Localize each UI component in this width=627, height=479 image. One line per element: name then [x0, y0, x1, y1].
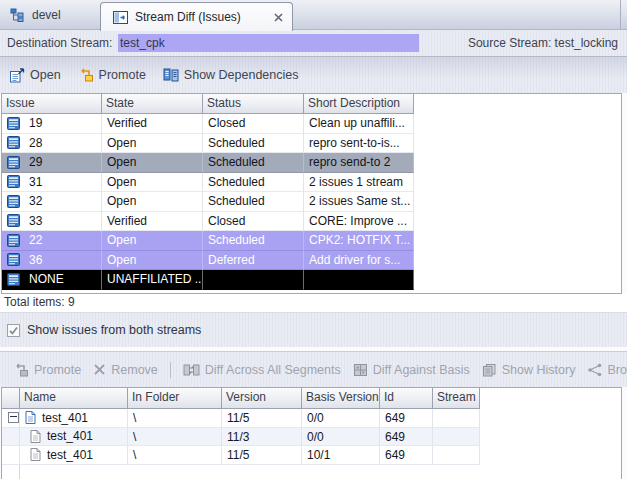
issue-status-cell: Scheduled: [203, 173, 304, 193]
column-header-basis-version[interactable]: Basis Version: [302, 388, 380, 409]
versions-table-body: test_401 \ 11/5 0/0 649 test_401 \ 11/3 …: [2, 409, 621, 465]
source-stream-label: Source Stream: test_locking: [468, 30, 618, 56]
issue-description-cell: CPK2: HOTFIX T...: [304, 231, 414, 251]
issue-icon: [7, 253, 20, 266]
issue-description-cell: CORE: Improve ...: [304, 212, 414, 232]
version-stream-cell: [433, 428, 480, 447]
issue-state-cell: Verified: [102, 212, 203, 232]
promote-icon: [78, 68, 94, 82]
issue-state-cell: Open: [102, 251, 203, 271]
diff-across-label: Diff Across All Segments: [205, 363, 341, 377]
version-row[interactable]: test_401 \ 11/5 0/0 649: [2, 409, 480, 428]
issue-icon: [7, 117, 20, 130]
column-header-in-folder[interactable]: In Folder: [128, 388, 222, 409]
close-icon[interactable]: [273, 12, 284, 23]
issue-row[interactable]: 31 Open Scheduled 2 issues 1 stream: [2, 173, 414, 193]
issue-row[interactable]: 36 Open Deferred Add driver for s...: [2, 251, 414, 271]
version-folder-cell: \: [128, 446, 222, 465]
destination-stream-label: Destination Stream:: [7, 30, 112, 56]
column-header-status[interactable]: Status: [203, 94, 304, 114]
streams-bar: Destination Stream: test_cpk Source Stre…: [0, 30, 627, 57]
tab-devel[interactable]: devel: [0, 0, 100, 30]
show-history-button[interactable]: Show History: [482, 363, 576, 377]
issue-id-cell: 29: [29, 153, 42, 172]
show-issues-checkbox-label: Show issues from both streams: [27, 323, 201, 337]
column-header-stream[interactable]: Stream: [433, 388, 480, 409]
version-stream-cell: [433, 409, 480, 428]
column-header-issue[interactable]: Issue: [2, 94, 102, 114]
issue-row[interactable]: 28 Open Scheduled repro sent-to-is...: [2, 134, 414, 154]
column-header-name[interactable]: Name: [20, 388, 128, 409]
version-version-cell: 11/3: [222, 428, 302, 447]
show-issues-checkbox[interactable]: [7, 324, 20, 337]
version-name-cell: test_401: [42, 409, 88, 427]
remove-button[interactable]: Remove: [93, 363, 158, 377]
issue-status-cell: Scheduled: [203, 153, 304, 173]
diff-against-basis-icon: [353, 363, 368, 377]
version-row[interactable]: test_401 \ 11/5 10/1 649: [2, 446, 480, 465]
issues-table-header: Issue State Status Short Description: [2, 94, 621, 114]
open-icon: [9, 68, 25, 83]
editor-tabbar: devel Stream Diff (Issues): [0, 0, 627, 30]
issue-status-cell: Closed: [203, 114, 304, 134]
file-icon: [30, 430, 41, 443]
issue-row[interactable]: 33 Verified Closed CORE: Improve ...: [2, 212, 414, 232]
issue-row[interactable]: 19 Verified Closed Clean up unaffili...: [2, 114, 414, 134]
open-button-label: Open: [30, 68, 61, 82]
issue-description-cell: repro sent-to-is...: [304, 134, 414, 154]
expand-minus-icon[interactable]: [8, 412, 19, 423]
issue-status-cell: Deferred: [203, 251, 304, 271]
remove-icon: [93, 363, 106, 376]
column-header-short-description[interactable]: Short Description: [304, 94, 414, 114]
show-dependencies-button-label: Show Dependencies: [184, 68, 299, 82]
tab-stream-diff-label: Stream Diff (Issues): [135, 10, 241, 24]
show-history-icon: [482, 363, 497, 377]
diff-across-button[interactable]: Diff Across All Segments: [183, 363, 341, 377]
issue-state-cell: Open: [102, 231, 203, 251]
promote-disabled-label: Promote: [34, 363, 81, 377]
version-row[interactable]: test_401 \ 11/3 0/0 649: [2, 428, 480, 447]
issue-icon: [7, 175, 20, 188]
issue-description-cell: repro send-to 2: [304, 153, 414, 173]
column-header-id[interactable]: Id: [380, 388, 433, 409]
promote-button-label: Promote: [99, 68, 146, 82]
versions-table: Name In Folder Version Basis Version Id …: [1, 387, 622, 479]
stream-diff-view: devel Stream Diff (Issues) Destination S…: [0, 0, 627, 479]
column-header-version[interactable]: Version: [222, 388, 302, 409]
issue-row[interactable]: 32 Open Scheduled 2 issues Same st...: [2, 192, 414, 212]
show-dependencies-button[interactable]: Show Dependencies: [163, 68, 299, 82]
issue-state-cell: Verified: [102, 114, 203, 134]
issues-table-body: 19 Verified Closed Clean up unaffili... …: [2, 114, 621, 290]
issue-row[interactable]: 29 Open Scheduled repro send-to 2: [2, 153, 414, 173]
diff-across-icon: [183, 363, 200, 377]
version-basis-cell: 0/0: [302, 428, 380, 447]
issue-description-cell: 2 issues Same st...: [304, 192, 414, 212]
issue-id-cell: 31: [29, 173, 42, 192]
issue-description-cell: Clean up unaffili...: [304, 114, 414, 134]
browse-label: Brow: [607, 363, 627, 377]
show-history-label: Show History: [502, 363, 576, 377]
issue-status-cell: Scheduled: [203, 231, 304, 251]
issue-icon: [7, 214, 20, 227]
stream-diff-icon: [113, 11, 128, 24]
issue-row[interactable]: 22 Open Scheduled CPK2: HOTFIX T...: [2, 231, 414, 251]
total-items-label: Total items: 9: [4, 294, 75, 311]
promote-disabled-button[interactable]: Promote: [13, 363, 81, 377]
open-button[interactable]: Open: [9, 68, 61, 83]
toolbar-separator: [170, 362, 171, 378]
issue-row[interactable]: NONE UNAFFILIATED ...: [2, 270, 414, 290]
version-id-cell: 649: [380, 446, 433, 465]
issue-state-cell: Open: [102, 134, 203, 154]
issue-id-cell: 36: [29, 251, 42, 270]
tab-devel-label: devel: [32, 8, 61, 22]
issues-toolbar: Open Promote Show Dependencies: [0, 57, 627, 93]
tab-stream-diff[interactable]: Stream Diff (Issues): [100, 2, 293, 31]
issue-status-cell: Closed: [203, 212, 304, 232]
browse-button[interactable]: Brow: [587, 363, 627, 377]
promote-button[interactable]: Promote: [78, 68, 146, 82]
version-stream-cell: [433, 446, 480, 465]
destination-stream-value: test_cpk: [118, 34, 419, 52]
column-header-state[interactable]: State: [102, 94, 203, 114]
diff-against-basis-button[interactable]: Diff Against Basis: [353, 363, 470, 377]
version-basis-cell: 0/0: [302, 409, 380, 428]
